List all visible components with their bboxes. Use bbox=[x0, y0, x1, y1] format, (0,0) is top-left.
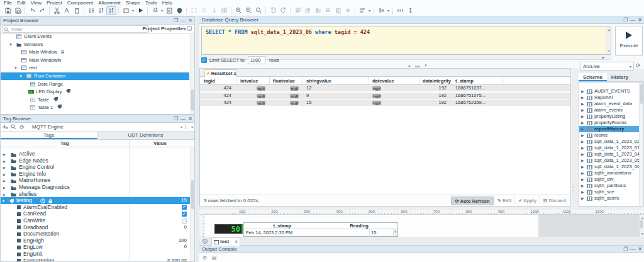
minimize-icon[interactable]: — bbox=[630, 17, 635, 23]
play-icon[interactable] bbox=[135, 6, 145, 15]
execute-button[interactable]: Execute bbox=[615, 26, 643, 56]
project-tree-item-led-display[interactable]: LED Display bbox=[1, 88, 189, 96]
checkbox-unchecked[interactable] bbox=[182, 219, 187, 224]
collapse-controls[interactable]: ▲▬▼ bbox=[408, 63, 436, 68]
tag-row-deadband[interactable]: Deadband0 bbox=[1, 224, 194, 231]
tab-udt-definitions[interactable]: UDT Definitions bbox=[97, 132, 194, 139]
project-tree-item-main-window[interactable]: Main Window bbox=[1, 48, 189, 56]
schema-table-sqlt_data_1_2023_03[interactable]: ▶sqlt_data_1_2023_03 bbox=[579, 145, 643, 151]
minimize-icon[interactable]: — bbox=[630, 246, 635, 253]
float-icon[interactable]: ❐ bbox=[623, 17, 628, 23]
tag-provider-select[interactable]: MQTT Engine bbox=[30, 123, 184, 131]
tag-tree-scrollbar[interactable] bbox=[190, 147, 194, 261]
console-clear-icon[interactable]: ▤ bbox=[212, 255, 217, 261]
anchor-icon[interactable] bbox=[209, 6, 219, 15]
align-left-icon[interactable] bbox=[357, 6, 367, 15]
result-column-floatvalue[interactable]: floatvalue bbox=[273, 77, 295, 85]
tab-history[interactable]: History bbox=[607, 73, 633, 81]
menu-alignment[interactable]: Alignment bbox=[98, 0, 121, 5]
expand-icon[interactable] bbox=[189, 6, 199, 15]
menu-edit[interactable]: Edit bbox=[17, 0, 26, 5]
menu-project[interactable]: Project bbox=[47, 0, 62, 5]
menu-file[interactable]: File bbox=[4, 0, 12, 5]
discard-button[interactable]: ⊟ Discard bbox=[540, 196, 569, 205]
tag-row-documentation[interactable]: Documentation bbox=[1, 231, 194, 237]
redo-icon[interactable] bbox=[37, 6, 47, 15]
schema-table-propertyListing[interactable]: ▶propertyListing bbox=[579, 113, 643, 120]
schema-table-reportHistory[interactable]: ▶reportHistory bbox=[579, 126, 643, 132]
menu-tools[interactable]: Tools bbox=[145, 0, 157, 5]
rotate-cw-icon[interactable] bbox=[278, 6, 288, 15]
minimize-icon[interactable]: — bbox=[180, 116, 186, 122]
datasource-select[interactable]: ArcLive bbox=[580, 62, 634, 71]
layer1-icon[interactable] bbox=[292, 6, 303, 15]
sort-asc-icon[interactable] bbox=[86, 6, 96, 15]
apply-button[interactable]: ✔ Apply bbox=[514, 196, 540, 205]
tag-row-testing[interactable]: ▼testing15 bbox=[1, 197, 194, 204]
component-table-scrollbar[interactable]: ▲ bbox=[393, 229, 397, 236]
close-icon[interactable]: ✕ bbox=[188, 116, 192, 122]
tag-row-arclive[interactable]: ▶Arclive bbox=[1, 151, 194, 157]
save-all-icon[interactable] bbox=[13, 6, 23, 15]
schema-table-sqlt_data_1_2023_06[interactable]: ▶sqlt_data_1_2023_06 bbox=[579, 164, 643, 170]
result-column-intvalue[interactable]: intvalue bbox=[240, 77, 258, 85]
schema-table-alarm_events[interactable]: ▶alarm_events bbox=[579, 107, 643, 113]
console-settings-icon[interactable]: ⚙ bbox=[203, 255, 207, 261]
dropdown-caret[interactable]: ▾ bbox=[367, 6, 372, 15]
project-filter-input[interactable]: Filter bbox=[2, 25, 149, 33]
project-properties-button[interactable]: Project Properties ❏ bbox=[143, 25, 192, 33]
align-v-icon[interactable] bbox=[376, 6, 386, 15]
delete-icon[interactable] bbox=[72, 6, 82, 15]
tag-row-message-diagnostics[interactable]: ▶Message Diagnostics bbox=[1, 184, 194, 191]
project-tree-item-main-windowth[interactable]: Main Windowth bbox=[1, 57, 189, 64]
shield-icon[interactable] bbox=[174, 6, 184, 15]
checkbox-checked[interactable] bbox=[182, 205, 187, 210]
resultset-tab[interactable]: ⚡Resultset 1 bbox=[204, 69, 237, 77]
sort-flat-icon[interactable] bbox=[96, 6, 106, 15]
project-tree-item-client-events[interactable]: Client Events bbox=[1, 34, 189, 40]
limit-checkbox[interactable] bbox=[201, 57, 207, 63]
sql-editor-scrollbar[interactable]: ▲▼ bbox=[606, 26, 611, 54]
result-row[interactable]: 424nullnull9null1921686751075... bbox=[200, 93, 570, 99]
crosshair-icon[interactable] bbox=[203, 239, 208, 244]
dropdown-caret[interactable]: ▾ bbox=[160, 6, 164, 15]
tab-schema[interactable]: Schema bbox=[579, 73, 607, 81]
schema-table-rooms[interactable]: ▶rooms bbox=[579, 132, 643, 139]
close-x-icon[interactable] bbox=[199, 6, 209, 15]
project-tree-item-table[interactable]: Table bbox=[1, 96, 189, 104]
tab-test[interactable]: test × bbox=[211, 237, 240, 246]
result-column-dataintegrity[interactable]: dataintegrity bbox=[423, 77, 451, 85]
project-tree-scrollbar[interactable] bbox=[190, 34, 194, 114]
refresh-icon[interactable]: ⟳ bbox=[636, 62, 643, 69]
schema-table-propertyRooms[interactable]: ▶propertyRooms bbox=[579, 120, 643, 126]
schema-table-alarm_event_data[interactable]: ▶alarm_event_data bbox=[579, 101, 643, 107]
project-tree-item-date-range[interactable]: Date Range bbox=[1, 81, 189, 88]
menu-view[interactable]: View bbox=[31, 0, 42, 5]
wrench-icon[interactable] bbox=[150, 6, 160, 15]
schema-table-sqlt_data_1_2023_04[interactable]: ▶sqlt_data_1_2023_04 bbox=[579, 151, 643, 157]
float-icon[interactable]: ❐ bbox=[174, 116, 178, 122]
canvas-scrollbar[interactable]: ▲▼ bbox=[639, 215, 644, 237]
results-schema-splitter[interactable]: ‹› bbox=[571, 68, 579, 207]
close-icon[interactable]: ✕ bbox=[638, 246, 642, 253]
tag-row-engine-info[interactable]: ▶Engine Info bbox=[1, 171, 194, 178]
tag-row-shellies[interactable]: ▶shellies bbox=[1, 191, 194, 198]
checkbox-checked[interactable] bbox=[182, 212, 187, 217]
tag-row-canread[interactable]: CanRead bbox=[1, 210, 194, 217]
undo-icon[interactable] bbox=[27, 6, 37, 15]
close-icon[interactable]: ✕ bbox=[188, 18, 192, 24]
schema-table-sqlth_drv[interactable]: ▶sqlth_drv bbox=[579, 176, 643, 183]
result-column-datevalue[interactable]: datevalue bbox=[372, 77, 394, 85]
limit-input[interactable]: 1000 bbox=[248, 56, 265, 64]
distribute-icon[interactable] bbox=[395, 6, 405, 15]
zoom-in-icon[interactable] bbox=[233, 6, 243, 15]
schema-table-ReportAI[interactable]: ▶ReportAI bbox=[579, 94, 643, 101]
edit-button[interactable]: ✎ Edit bbox=[494, 196, 515, 205]
rotate-ccw-icon[interactable] bbox=[268, 6, 278, 15]
shape-rect-icon[interactable] bbox=[121, 6, 131, 15]
dropdown-caret[interactable]: ▾ bbox=[386, 6, 391, 15]
menu-help[interactable]: Help bbox=[162, 0, 172, 5]
sort-pressed-icon[interactable] bbox=[106, 6, 116, 15]
search-icon[interactable] bbox=[11, 124, 16, 130]
add-tag-button[interactable]: +▾ bbox=[3, 123, 8, 130]
